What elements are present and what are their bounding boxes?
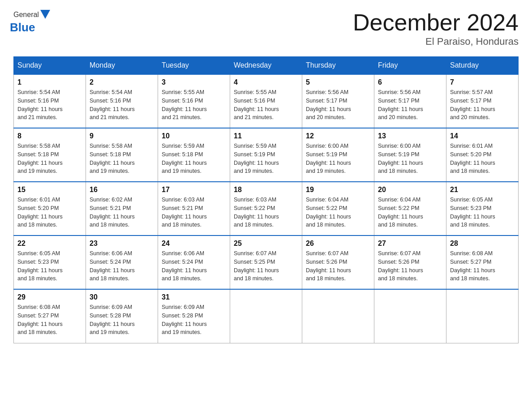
header-sunday: Sunday — [14, 57, 86, 75]
day-number: 9 — [90, 132, 154, 140]
calendar-table: Sunday Monday Tuesday Wednesday Thursday… — [13, 56, 519, 343]
day-number: 5 — [306, 78, 370, 86]
day-number: 8 — [17, 132, 82, 140]
calendar-cell: 2 Sunrise: 5:54 AMSunset: 5:16 PMDayligh… — [86, 74, 158, 128]
day-info: Sunrise: 6:08 AMSunset: 5:27 PMDaylight:… — [450, 249, 515, 283]
calendar-cell: 20 Sunrise: 6:04 AMSunset: 5:22 PMDaylig… — [374, 182, 446, 235]
day-info: Sunrise: 6:05 AMSunset: 5:23 PMDaylight:… — [450, 196, 515, 229]
calendar-cell: 14 Sunrise: 6:01 AMSunset: 5:20 PMDaylig… — [446, 128, 519, 182]
calendar-cell: 10 Sunrise: 5:59 AMSunset: 5:18 PMDaylig… — [158, 128, 230, 182]
day-number: 29 — [17, 293, 82, 301]
day-info: Sunrise: 6:07 AMSunset: 5:25 PMDaylight:… — [234, 249, 298, 283]
day-number: 21 — [450, 186, 515, 194]
day-number: 20 — [378, 186, 442, 194]
calendar-cell: 12 Sunrise: 6:00 AMSunset: 5:19 PMDaylig… — [302, 128, 374, 182]
calendar-week-row: 29 Sunrise: 6:08 AMSunset: 5:27 PMDaylig… — [14, 289, 519, 343]
calendar-cell — [230, 289, 302, 343]
logo-arrow-icon — [40, 10, 50, 19]
day-number: 1 — [17, 78, 82, 86]
day-info: Sunrise: 6:06 AMSunset: 5:24 PMDaylight:… — [90, 249, 154, 283]
day-number: 30 — [90, 293, 154, 301]
day-info: Sunrise: 5:58 AMSunset: 5:18 PMDaylight:… — [17, 142, 82, 176]
page-title: December 2024 — [353, 9, 519, 36]
header-friday: Friday — [374, 57, 446, 75]
day-info: Sunrise: 6:00 AMSunset: 5:19 PMDaylight:… — [378, 142, 442, 176]
day-info: Sunrise: 5:59 AMSunset: 5:18 PMDaylight:… — [162, 142, 226, 176]
calendar-cell: 25 Sunrise: 6:07 AMSunset: 5:25 PMDaylig… — [230, 235, 302, 289]
day-info: Sunrise: 6:04 AMSunset: 5:22 PMDaylight:… — [306, 196, 370, 229]
calendar-cell: 26 Sunrise: 6:07 AMSunset: 5:26 PMDaylig… — [302, 235, 374, 289]
calendar-cell: 29 Sunrise: 6:08 AMSunset: 5:27 PMDaylig… — [14, 289, 86, 343]
svg-marker-0 — [40, 10, 50, 19]
calendar-cell: 28 Sunrise: 6:08 AMSunset: 5:27 PMDaylig… — [446, 235, 519, 289]
calendar-week-row: 8 Sunrise: 5:58 AMSunset: 5:18 PMDayligh… — [14, 128, 519, 182]
day-number: 12 — [306, 132, 370, 140]
calendar-cell: 1 Sunrise: 5:54 AMSunset: 5:16 PMDayligh… — [14, 74, 86, 128]
calendar-cell: 21 Sunrise: 6:05 AMSunset: 5:23 PMDaylig… — [446, 182, 519, 235]
day-number: 2 — [90, 78, 154, 86]
calendar-cell: 31 Sunrise: 6:09 AMSunset: 5:28 PMDaylig… — [158, 289, 230, 343]
header-tuesday: Tuesday — [158, 57, 230, 75]
day-number: 26 — [306, 240, 370, 248]
day-info: Sunrise: 6:07 AMSunset: 5:26 PMDaylight:… — [306, 249, 370, 283]
day-info: Sunrise: 5:56 AMSunset: 5:17 PMDaylight:… — [378, 88, 442, 122]
calendar-cell: 18 Sunrise: 6:03 AMSunset: 5:22 PMDaylig… — [230, 182, 302, 235]
day-info: Sunrise: 5:55 AMSunset: 5:16 PMDaylight:… — [162, 88, 226, 122]
day-info: Sunrise: 6:08 AMSunset: 5:27 PMDaylight:… — [17, 303, 82, 337]
day-number: 15 — [17, 186, 82, 194]
calendar-cell: 30 Sunrise: 6:09 AMSunset: 5:28 PMDaylig… — [86, 289, 158, 343]
day-number: 24 — [162, 240, 226, 248]
calendar-cell: 16 Sunrise: 6:02 AMSunset: 5:21 PMDaylig… — [86, 182, 158, 235]
day-info: Sunrise: 6:05 AMSunset: 5:23 PMDaylight:… — [17, 249, 82, 283]
day-info: Sunrise: 5:55 AMSunset: 5:16 PMDaylight:… — [234, 88, 298, 122]
header-thursday: Thursday — [302, 57, 374, 75]
day-info: Sunrise: 6:03 AMSunset: 5:22 PMDaylight:… — [234, 196, 298, 229]
calendar-week-row: 22 Sunrise: 6:05 AMSunset: 5:23 PMDaylig… — [14, 235, 519, 289]
calendar-cell — [446, 289, 519, 343]
logo-blue-text: Blue — [10, 21, 35, 34]
calendar-cell — [302, 289, 374, 343]
day-info: Sunrise: 6:06 AMSunset: 5:24 PMDaylight:… — [162, 249, 226, 283]
calendar-week-row: 15 Sunrise: 6:01 AMSunset: 5:20 PMDaylig… — [14, 182, 519, 235]
day-number: 25 — [234, 240, 298, 248]
calendar-cell: 13 Sunrise: 6:00 AMSunset: 5:19 PMDaylig… — [374, 128, 446, 182]
calendar-cell: 8 Sunrise: 5:58 AMSunset: 5:18 PMDayligh… — [14, 128, 86, 182]
day-number: 6 — [378, 78, 442, 86]
calendar-cell: 19 Sunrise: 6:04 AMSunset: 5:22 PMDaylig… — [302, 182, 374, 235]
header-saturday: Saturday — [446, 57, 519, 75]
calendar-cell: 27 Sunrise: 6:07 AMSunset: 5:26 PMDaylig… — [374, 235, 446, 289]
day-number: 4 — [234, 78, 298, 86]
day-info: Sunrise: 6:01 AMSunset: 5:20 PMDaylight:… — [17, 196, 82, 229]
day-info: Sunrise: 6:03 AMSunset: 5:21 PMDaylight:… — [162, 196, 226, 229]
calendar-cell: 7 Sunrise: 5:57 AMSunset: 5:17 PMDayligh… — [446, 74, 519, 128]
title-block: December 2024 El Paraiso, Honduras — [353, 9, 519, 47]
logo: General Blue — [13, 9, 50, 34]
day-info: Sunrise: 6:07 AMSunset: 5:26 PMDaylight:… — [378, 249, 442, 283]
calendar-cell: 4 Sunrise: 5:55 AMSunset: 5:16 PMDayligh… — [230, 74, 302, 128]
day-number: 22 — [17, 240, 82, 248]
day-info: Sunrise: 6:09 AMSunset: 5:28 PMDaylight:… — [90, 303, 154, 337]
calendar-header-row: Sunday Monday Tuesday Wednesday Thursday… — [14, 57, 519, 75]
day-info: Sunrise: 6:02 AMSunset: 5:21 PMDaylight:… — [90, 196, 154, 229]
calendar-cell: 5 Sunrise: 5:56 AMSunset: 5:17 PMDayligh… — [302, 74, 374, 128]
day-info: Sunrise: 5:56 AMSunset: 5:17 PMDaylight:… — [306, 88, 370, 122]
page-subtitle: El Paraiso, Honduras — [353, 36, 519, 47]
day-number: 19 — [306, 186, 370, 194]
day-number: 17 — [162, 186, 226, 194]
day-info: Sunrise: 6:00 AMSunset: 5:19 PMDaylight:… — [306, 142, 370, 176]
calendar-cell: 6 Sunrise: 5:56 AMSunset: 5:17 PMDayligh… — [374, 74, 446, 128]
day-number: 16 — [90, 186, 154, 194]
calendar-cell: 9 Sunrise: 5:58 AMSunset: 5:18 PMDayligh… — [86, 128, 158, 182]
day-number: 27 — [378, 240, 442, 248]
calendar-cell: 22 Sunrise: 6:05 AMSunset: 5:23 PMDaylig… — [14, 235, 86, 289]
day-info: Sunrise: 5:57 AMSunset: 5:17 PMDaylight:… — [450, 88, 515, 122]
calendar-cell: 17 Sunrise: 6:03 AMSunset: 5:21 PMDaylig… — [158, 182, 230, 235]
calendar-cell: 3 Sunrise: 5:55 AMSunset: 5:16 PMDayligh… — [158, 74, 230, 128]
day-number: 13 — [378, 132, 442, 140]
day-info: Sunrise: 5:58 AMSunset: 5:18 PMDaylight:… — [90, 142, 154, 176]
day-number: 14 — [450, 132, 515, 140]
header-monday: Monday — [86, 57, 158, 75]
day-info: Sunrise: 6:04 AMSunset: 5:22 PMDaylight:… — [378, 196, 442, 229]
page-header: General Blue December 2024 El Paraiso, H… — [13, 9, 519, 47]
day-number: 31 — [162, 293, 226, 301]
